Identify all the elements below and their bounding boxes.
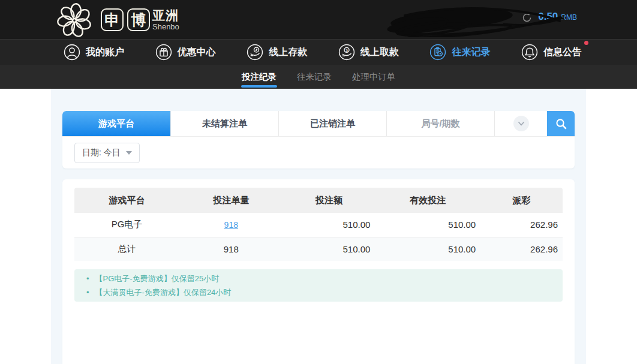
nav-label: 往来记录: [452, 46, 490, 59]
nav-item-promotions[interactable]: 优惠中心: [155, 44, 216, 61]
date-selector[interactable]: 日期: 今日: [74, 143, 140, 163]
note-line: • 【大满贯电子-免费游戏】仅保留24小时: [83, 285, 554, 299]
cell-bet-amount: 510.00: [283, 213, 375, 237]
filter-tab-row: 游戏平台 未结算注单 已注销注单 局号/期数: [62, 111, 575, 137]
col-header-bet-count: 投注单量: [179, 188, 283, 213]
bullet-icon: •: [86, 272, 89, 285]
subtab-bet-records[interactable]: 投注纪录: [241, 65, 277, 89]
user-icon: [64, 44, 80, 61]
nav-label: 信息公告: [543, 46, 582, 59]
account-balance: 0.50 RMB: [538, 11, 577, 23]
table-total-row: 总计 918 510.00 510.00 262.96: [74, 237, 563, 261]
total-count: 918: [179, 237, 283, 261]
nav-label: 优惠中心: [178, 46, 216, 59]
balance-currency: RMB: [561, 13, 577, 22]
logo-region-en: Shenbo: [152, 23, 179, 31]
note-text: 【大满贯电子-免费游戏】仅保留24小时: [95, 286, 232, 299]
withdraw-icon: $: [338, 44, 355, 61]
total-bet-amount: 510.00: [283, 237, 375, 261]
total-label: 总计: [74, 237, 179, 261]
gift-icon: [155, 44, 172, 61]
nav-item-deposit[interactable]: 线上存款: [247, 44, 307, 61]
filter-card: 游戏平台 未结算注单 已注销注单 局号/期数: [62, 111, 575, 169]
svg-text:$: $: [345, 48, 348, 53]
bullet-icon: •: [86, 286, 89, 299]
refresh-balance-icon[interactable]: [521, 12, 533, 23]
records-icon: [429, 44, 446, 61]
col-header-valid-bet: 有效投注: [375, 188, 480, 213]
col-header-platform: 游戏平台: [74, 188, 179, 213]
bet-summary-table: 游戏平台 投注单量 投注额 有效投注 派彩 PG电子 918 510.00 51…: [74, 188, 563, 261]
bet-count-link[interactable]: 918: [224, 220, 238, 230]
caret-down-icon: [126, 151, 132, 155]
content-column: 游戏平台 未结算注单 已注销注单 局号/期数: [51, 89, 586, 364]
chevron-circle: [513, 116, 529, 131]
sub-nav: 投注纪录 往来记录 处理中订单: [0, 65, 637, 89]
table-row: PG电子 918 510.00 510.00 262.96: [74, 213, 563, 237]
cell-valid-bet: 510.00: [375, 213, 480, 237]
site-logo[interactable]: 申 博 亚洲 Shenbo: [52, 1, 179, 38]
logo-characters: 申 博: [101, 8, 150, 31]
bell-icon: [521, 44, 538, 61]
cell-platform: PG电子: [74, 213, 179, 237]
logo-char-box: 博: [127, 8, 150, 31]
note-text: 【PG电子-免费游戏】仅保留25小时: [95, 272, 220, 285]
chevron-down-icon: [516, 119, 526, 128]
cell-payout: 262.96: [480, 213, 563, 237]
promo-notes: • 【PG电子-免费游戏】仅保留25小时 • 【大满贯电子-免费游戏】仅保留24…: [74, 269, 563, 302]
nav-label: 线上存款: [269, 46, 307, 59]
logo-char-box: 申: [101, 8, 124, 31]
date-selector-label: 日期: 今日: [82, 148, 121, 158]
nav-label: 我的账户: [86, 46, 124, 59]
filter-tab-unsettled[interactable]: 未结算注单: [170, 111, 278, 136]
total-valid-bet: 510.00: [375, 237, 480, 261]
main-content: 游戏平台 未结算注单 已注销注单 局号/期数: [0, 89, 637, 364]
filter-tab-game-platform[interactable]: 游戏平台: [62, 111, 170, 136]
expand-dropdown[interactable]: [494, 111, 547, 136]
logo-region: 亚洲 Shenbo: [152, 9, 179, 31]
nav-item-my-account[interactable]: 我的账户: [64, 44, 124, 61]
logo-region-cn: 亚洲: [152, 9, 179, 22]
subtab-transaction-records[interactable]: 往来记录: [296, 65, 332, 89]
notification-badge: [584, 41, 588, 45]
filter-tab-cancelled[interactable]: 已注销注单: [278, 111, 386, 136]
col-header-bet-amount: 投注额: [283, 188, 375, 213]
nav-label: 线上取款: [360, 46, 399, 59]
flower-logo-icon: [52, 1, 98, 38]
col-header-payout: 派彩: [480, 188, 563, 213]
results-card: 游戏平台 投注单量 投注额 有效投注 派彩 PG电子 918 510.00 51…: [62, 179, 575, 364]
nav-item-announcements[interactable]: 信息公告: [521, 44, 582, 61]
table-header-row: 游戏平台 投注单量 投注额 有效投注 派彩: [74, 188, 563, 213]
deposit-icon: [247, 44, 263, 61]
note-line: • 【PG电子-免费游戏】仅保留25小时: [83, 272, 554, 285]
round-number-input[interactable]: 局号/期数: [386, 111, 494, 136]
top-header: 申 博 亚洲 Shenbo 0.50 RMB: [0, 0, 637, 39]
nav-item-withdraw[interactable]: $ 线上取款: [338, 44, 399, 61]
date-filter-row: 日期: 今日: [62, 137, 575, 169]
nav-item-records[interactable]: 往来记录: [429, 44, 490, 61]
balance-amount: 0.50: [538, 11, 558, 23]
main-nav: 我的账户 优惠中心 线上存款: [0, 39, 637, 65]
search-button[interactable]: [547, 111, 575, 136]
search-icon: [555, 118, 567, 130]
subtab-processing-orders[interactable]: 处理中订单: [351, 65, 396, 89]
total-payout: 262.96: [480, 237, 563, 261]
